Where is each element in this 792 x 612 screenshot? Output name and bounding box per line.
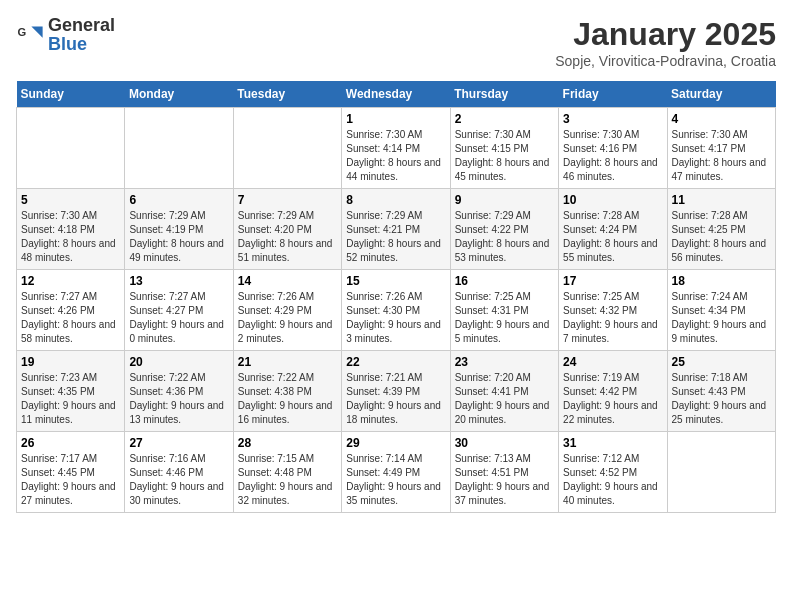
- calendar-cell: 23Sunrise: 7:20 AM Sunset: 4:41 PM Dayli…: [450, 351, 558, 432]
- cell-day-number: 21: [238, 355, 337, 369]
- cell-day-number: 14: [238, 274, 337, 288]
- calendar-cell: 19Sunrise: 7:23 AM Sunset: 4:35 PM Dayli…: [17, 351, 125, 432]
- logo-text-general: General: [48, 15, 115, 35]
- day-header-wednesday: Wednesday: [342, 81, 450, 108]
- cell-info: Sunrise: 7:13 AM Sunset: 4:51 PM Dayligh…: [455, 452, 554, 508]
- day-header-saturday: Saturday: [667, 81, 775, 108]
- cell-info: Sunrise: 7:29 AM Sunset: 4:20 PM Dayligh…: [238, 209, 337, 265]
- cell-info: Sunrise: 7:30 AM Sunset: 4:15 PM Dayligh…: [455, 128, 554, 184]
- cell-day-number: 22: [346, 355, 445, 369]
- cell-day-number: 26: [21, 436, 120, 450]
- calendar-cell: 7Sunrise: 7:29 AM Sunset: 4:20 PM Daylig…: [233, 189, 341, 270]
- calendar-week-row: 26Sunrise: 7:17 AM Sunset: 4:45 PM Dayli…: [17, 432, 776, 513]
- calendar-cell: 20Sunrise: 7:22 AM Sunset: 4:36 PM Dayli…: [125, 351, 233, 432]
- calendar-week-row: 12Sunrise: 7:27 AM Sunset: 4:26 PM Dayli…: [17, 270, 776, 351]
- cell-info: Sunrise: 7:22 AM Sunset: 4:36 PM Dayligh…: [129, 371, 228, 427]
- calendar-cell: 29Sunrise: 7:14 AM Sunset: 4:49 PM Dayli…: [342, 432, 450, 513]
- cell-day-number: 28: [238, 436, 337, 450]
- cell-day-number: 11: [672, 193, 771, 207]
- calendar-cell: 22Sunrise: 7:21 AM Sunset: 4:39 PM Dayli…: [342, 351, 450, 432]
- cell-info: Sunrise: 7:26 AM Sunset: 4:30 PM Dayligh…: [346, 290, 445, 346]
- cell-day-number: 20: [129, 355, 228, 369]
- cell-day-number: 27: [129, 436, 228, 450]
- calendar-cell: 2Sunrise: 7:30 AM Sunset: 4:15 PM Daylig…: [450, 108, 558, 189]
- cell-info: Sunrise: 7:25 AM Sunset: 4:31 PM Dayligh…: [455, 290, 554, 346]
- title-section: January 2025 Sopje, Virovitica-Podravina…: [555, 16, 776, 69]
- cell-day-number: 19: [21, 355, 120, 369]
- cell-info: Sunrise: 7:23 AM Sunset: 4:35 PM Dayligh…: [21, 371, 120, 427]
- day-header-tuesday: Tuesday: [233, 81, 341, 108]
- calendar-week-row: 1Sunrise: 7:30 AM Sunset: 4:14 PM Daylig…: [17, 108, 776, 189]
- logo-icon: G: [16, 21, 44, 49]
- day-header-thursday: Thursday: [450, 81, 558, 108]
- cell-day-number: 23: [455, 355, 554, 369]
- logo-text-blue: Blue: [48, 34, 87, 54]
- cell-day-number: 18: [672, 274, 771, 288]
- day-header-friday: Friday: [559, 81, 667, 108]
- cell-info: Sunrise: 7:20 AM Sunset: 4:41 PM Dayligh…: [455, 371, 554, 427]
- cell-day-number: 5: [21, 193, 120, 207]
- calendar-cell: [233, 108, 341, 189]
- cell-day-number: 24: [563, 355, 662, 369]
- cell-day-number: 15: [346, 274, 445, 288]
- cell-day-number: 17: [563, 274, 662, 288]
- cell-info: Sunrise: 7:22 AM Sunset: 4:38 PM Dayligh…: [238, 371, 337, 427]
- cell-day-number: 10: [563, 193, 662, 207]
- svg-text:G: G: [17, 26, 26, 38]
- calendar-cell: 14Sunrise: 7:26 AM Sunset: 4:29 PM Dayli…: [233, 270, 341, 351]
- cell-day-number: 13: [129, 274, 228, 288]
- calendar-cell: 1Sunrise: 7:30 AM Sunset: 4:14 PM Daylig…: [342, 108, 450, 189]
- calendar-cell: 4Sunrise: 7:30 AM Sunset: 4:17 PM Daylig…: [667, 108, 775, 189]
- svg-marker-1: [31, 27, 42, 38]
- cell-day-number: 3: [563, 112, 662, 126]
- cell-day-number: 31: [563, 436, 662, 450]
- calendar-header-row: SundayMondayTuesdayWednesdayThursdayFrid…: [17, 81, 776, 108]
- day-header-sunday: Sunday: [17, 81, 125, 108]
- cell-day-number: 25: [672, 355, 771, 369]
- cell-info: Sunrise: 7:29 AM Sunset: 4:22 PM Dayligh…: [455, 209, 554, 265]
- cell-info: Sunrise: 7:29 AM Sunset: 4:21 PM Dayligh…: [346, 209, 445, 265]
- cell-info: Sunrise: 7:30 AM Sunset: 4:18 PM Dayligh…: [21, 209, 120, 265]
- cell-info: Sunrise: 7:27 AM Sunset: 4:27 PM Dayligh…: [129, 290, 228, 346]
- cell-day-number: 1: [346, 112, 445, 126]
- cell-info: Sunrise: 7:17 AM Sunset: 4:45 PM Dayligh…: [21, 452, 120, 508]
- calendar-cell: 31Sunrise: 7:12 AM Sunset: 4:52 PM Dayli…: [559, 432, 667, 513]
- calendar-cell: 13Sunrise: 7:27 AM Sunset: 4:27 PM Dayli…: [125, 270, 233, 351]
- cell-day-number: 29: [346, 436, 445, 450]
- cell-info: Sunrise: 7:15 AM Sunset: 4:48 PM Dayligh…: [238, 452, 337, 508]
- cell-info: Sunrise: 7:24 AM Sunset: 4:34 PM Dayligh…: [672, 290, 771, 346]
- cell-day-number: 4: [672, 112, 771, 126]
- calendar-cell: 25Sunrise: 7:18 AM Sunset: 4:43 PM Dayli…: [667, 351, 775, 432]
- calendar-cell: 8Sunrise: 7:29 AM Sunset: 4:21 PM Daylig…: [342, 189, 450, 270]
- cell-info: Sunrise: 7:25 AM Sunset: 4:32 PM Dayligh…: [563, 290, 662, 346]
- cell-day-number: 7: [238, 193, 337, 207]
- cell-info: Sunrise: 7:16 AM Sunset: 4:46 PM Dayligh…: [129, 452, 228, 508]
- cell-info: Sunrise: 7:21 AM Sunset: 4:39 PM Dayligh…: [346, 371, 445, 427]
- cell-day-number: 6: [129, 193, 228, 207]
- header: G General Blue January 2025 Sopje, Virov…: [16, 16, 776, 69]
- cell-info: Sunrise: 7:27 AM Sunset: 4:26 PM Dayligh…: [21, 290, 120, 346]
- cell-day-number: 12: [21, 274, 120, 288]
- calendar-cell: 10Sunrise: 7:28 AM Sunset: 4:24 PM Dayli…: [559, 189, 667, 270]
- calendar-week-row: 19Sunrise: 7:23 AM Sunset: 4:35 PM Dayli…: [17, 351, 776, 432]
- calendar-cell: 12Sunrise: 7:27 AM Sunset: 4:26 PM Dayli…: [17, 270, 125, 351]
- calendar-cell: 28Sunrise: 7:15 AM Sunset: 4:48 PM Dayli…: [233, 432, 341, 513]
- cell-day-number: 2: [455, 112, 554, 126]
- calendar-cell: [125, 108, 233, 189]
- calendar-cell: 30Sunrise: 7:13 AM Sunset: 4:51 PM Dayli…: [450, 432, 558, 513]
- calendar-table: SundayMondayTuesdayWednesdayThursdayFrid…: [16, 81, 776, 513]
- calendar-cell: 17Sunrise: 7:25 AM Sunset: 4:32 PM Dayli…: [559, 270, 667, 351]
- calendar-cell: 21Sunrise: 7:22 AM Sunset: 4:38 PM Dayli…: [233, 351, 341, 432]
- cell-info: Sunrise: 7:14 AM Sunset: 4:49 PM Dayligh…: [346, 452, 445, 508]
- logo: G General Blue: [16, 16, 115, 54]
- calendar-title: January 2025: [555, 16, 776, 53]
- cell-info: Sunrise: 7:12 AM Sunset: 4:52 PM Dayligh…: [563, 452, 662, 508]
- calendar-cell: 26Sunrise: 7:17 AM Sunset: 4:45 PM Dayli…: [17, 432, 125, 513]
- cell-info: Sunrise: 7:29 AM Sunset: 4:19 PM Dayligh…: [129, 209, 228, 265]
- day-header-monday: Monday: [125, 81, 233, 108]
- calendar-week-row: 5Sunrise: 7:30 AM Sunset: 4:18 PM Daylig…: [17, 189, 776, 270]
- cell-day-number: 8: [346, 193, 445, 207]
- calendar-cell: 16Sunrise: 7:25 AM Sunset: 4:31 PM Dayli…: [450, 270, 558, 351]
- cell-info: Sunrise: 7:18 AM Sunset: 4:43 PM Dayligh…: [672, 371, 771, 427]
- calendar-subtitle: Sopje, Virovitica-Podravina, Croatia: [555, 53, 776, 69]
